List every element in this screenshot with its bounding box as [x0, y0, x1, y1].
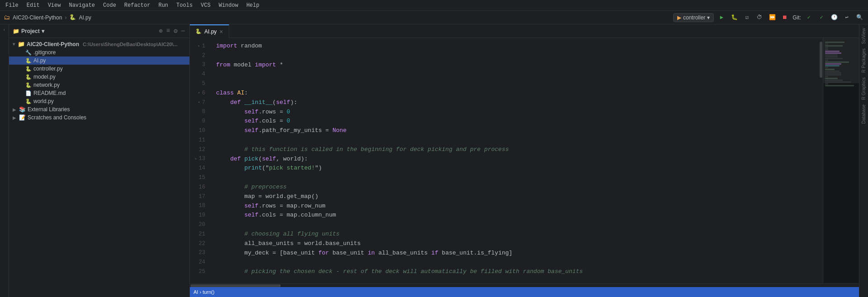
- sidebar-collapse-icon[interactable]: ‹: [1, 26, 8, 33]
- menu-edit[interactable]: Edit: [23, 1, 43, 9]
- run-config-icon: ▶: [677, 14, 681, 21]
- file-icon: 🐍: [69, 14, 76, 21]
- panel-title: 📁 Project ▾: [13, 28, 44, 34]
- project-folder-icon: 🗂: [4, 14, 10, 21]
- tree-item-scratches[interactable]: ▶ 📝 Scratches and Consoles: [9, 113, 189, 122]
- line-1: ▸1: [192, 42, 207, 51]
- tree-item-ai[interactable]: 🐍 AI.py: [9, 57, 189, 65]
- menu-code[interactable]: Code: [99, 1, 120, 9]
- code-line-20: [212, 220, 819, 230]
- menu-window[interactable]: Window: [215, 1, 242, 9]
- code-line-21: # choosing all flying units: [212, 230, 819, 239]
- py-file-icon-model: 🐍: [25, 74, 32, 80]
- tree-item-gitignore[interactable]: 🔧 .gitignore: [9, 48, 189, 57]
- code-line-12: # this function is called in the beginni…: [212, 145, 819, 155]
- git-history-button[interactable]: 🕐: [829, 13, 839, 23]
- menu-refactor[interactable]: Refactor: [121, 1, 154, 9]
- project-panel: 📁 Project ▾ ⊕ ≡ ⚙ — ▾ 📁 AIC20-Client-Pyt…: [9, 24, 190, 297]
- panel-actions: ⊕ ≡ ⚙ —: [158, 27, 186, 35]
- code-editor[interactable]: import random from model import * class …: [212, 38, 819, 283]
- coverage-button[interactable]: ☑: [742, 13, 752, 23]
- md-file-icon: 📄: [25, 90, 32, 96]
- menu-file[interactable]: File: [2, 1, 22, 9]
- breadcrumb-separator: ›: [65, 14, 66, 21]
- git-check-button[interactable]: ✓: [804, 13, 814, 23]
- run-config-dropdown-icon[interactable]: ▾: [707, 14, 710, 21]
- menu-tools[interactable]: Tools: [173, 1, 196, 9]
- menu-help[interactable]: Help: [243, 1, 263, 9]
- stop-button[interactable]: ⏹: [780, 13, 790, 23]
- vertical-scrollbar[interactable]: [819, 38, 823, 283]
- expand-arrow-ext: ▶: [13, 107, 16, 112]
- scratches-icon: 📝: [19, 114, 26, 121]
- py-file-icon-world: 🐍: [25, 99, 32, 104]
- panel-dropdown-icon[interactable]: ▾: [42, 28, 44, 34]
- code-line-8: self.rows = 0: [212, 108, 819, 117]
- new-file-button[interactable]: ⊕: [158, 27, 163, 35]
- code-line-9: self.cols = 0: [212, 117, 819, 126]
- horizontal-scrollbar[interactable]: [190, 283, 859, 287]
- py-file-icon-ai: 🐍: [25, 58, 32, 64]
- git-check2-button[interactable]: ✓: [816, 13, 826, 23]
- code-line-14: print("pick started!"): [212, 164, 819, 173]
- run-config-name: controller: [683, 14, 705, 21]
- editor-area: 🐍 AI.py × ▸1 2 3 4 5 ▾6 ▾7: [190, 24, 859, 297]
- database-tab[interactable]: Database: [861, 103, 866, 126]
- tree-item-readme[interactable]: 📄 README.md: [9, 89, 189, 97]
- tree-item-controller[interactable]: 🐍 controller.py: [9, 65, 189, 73]
- menu-view[interactable]: View: [44, 1, 65, 9]
- tree-item-world[interactable]: 🐍 world.py: [9, 97, 189, 105]
- sciview-tab[interactable]: SciView: [861, 26, 866, 46]
- code-line-22: all_base_units = world.base_units: [212, 239, 819, 249]
- gitignore-label: .gitignore: [33, 49, 56, 56]
- code-line-23: my_deck = [base_unit for base_unit in al…: [212, 249, 819, 258]
- menu-run[interactable]: Run: [155, 1, 172, 9]
- tree-item-model[interactable]: 🐍 model.py: [9, 73, 189, 81]
- network-py-label: network.py: [33, 82, 60, 88]
- py-file-icon-controller: 🐍: [25, 66, 32, 72]
- ai-py-label: AI.py: [33, 57, 46, 64]
- tree-root[interactable]: ▾ 📁 AIC20-Client-Python C:\Users\ShengDe…: [9, 40, 189, 48]
- folder-icon: 📁: [13, 28, 19, 34]
- debug-button[interactable]: 🐛: [729, 13, 739, 23]
- tab-ai-py[interactable]: 🐍 AI.py ×: [190, 24, 229, 38]
- project-name[interactable]: AIC20-Client-Python: [13, 14, 62, 21]
- code-line-4: [212, 70, 819, 79]
- tree-item-ext-libs[interactable]: ▶ 📚 External Libraries: [9, 105, 189, 113]
- code-line-19: self.cols = map.column_num: [212, 211, 819, 220]
- settings-button[interactable]: ⚙: [173, 27, 178, 35]
- ext-lib-icon: 📚: [19, 106, 26, 113]
- panel-header: 📁 Project ▾ ⊕ ≡ ⚙ —: [9, 24, 189, 38]
- search-button[interactable]: 🔍: [854, 13, 864, 23]
- code-line-15: [212, 173, 819, 183]
- git-undo-button[interactable]: ↩: [842, 13, 852, 23]
- code-line-7: def __init__(self):: [212, 98, 819, 108]
- step-button[interactable]: ⏩: [767, 13, 777, 23]
- line-numbers: ▸1 2 3 4 5 ▾6 ▾7 8 9 10 11 12 ▾13: [190, 38, 212, 283]
- panel-title-text: Project: [21, 28, 40, 34]
- readme-label: README.md: [33, 90, 66, 96]
- file-name[interactable]: AI.py: [79, 14, 91, 21]
- sidebar-strip: ‹: [0, 24, 9, 297]
- menu-navigate[interactable]: Navigate: [65, 1, 99, 9]
- run-button[interactable]: ▶: [717, 13, 726, 23]
- code-line-17: map = world.get_map(): [212, 192, 819, 202]
- editor-content: ▸1 2 3 4 5 ▾6 ▾7 8 9 10 11 12 ▾13: [190, 38, 859, 283]
- collapse-all-button[interactable]: ≡: [165, 27, 171, 35]
- code-line-18: self.rows = map.row_num: [212, 202, 819, 211]
- status-bar: AI › turn(): [190, 287, 859, 297]
- menu-bar: File Edit View Navigate Code Refactor Ru…: [0, 0, 868, 11]
- code-line-6: class AI:: [212, 89, 819, 98]
- menu-vcs[interactable]: VCS: [197, 1, 214, 9]
- tab-bar: 🐍 AI.py ×: [190, 24, 859, 38]
- minimize-button[interactable]: —: [180, 27, 186, 35]
- r-graphics-tab[interactable]: R Graphics: [861, 75, 866, 102]
- r-packages-tab[interactable]: R Packages: [861, 47, 866, 75]
- code-line-16: # preprocess: [212, 183, 819, 192]
- tree-item-network[interactable]: 🐍 network.py: [9, 81, 189, 89]
- run-config-selector[interactable]: ▶ controller ▾: [673, 13, 714, 22]
- v-scrollbar-thumb[interactable]: [820, 42, 822, 78]
- status-left: AI › turn(): [193, 289, 214, 295]
- profile-button[interactable]: ⏱: [755, 13, 764, 23]
- tab-close-button[interactable]: ×: [219, 28, 223, 35]
